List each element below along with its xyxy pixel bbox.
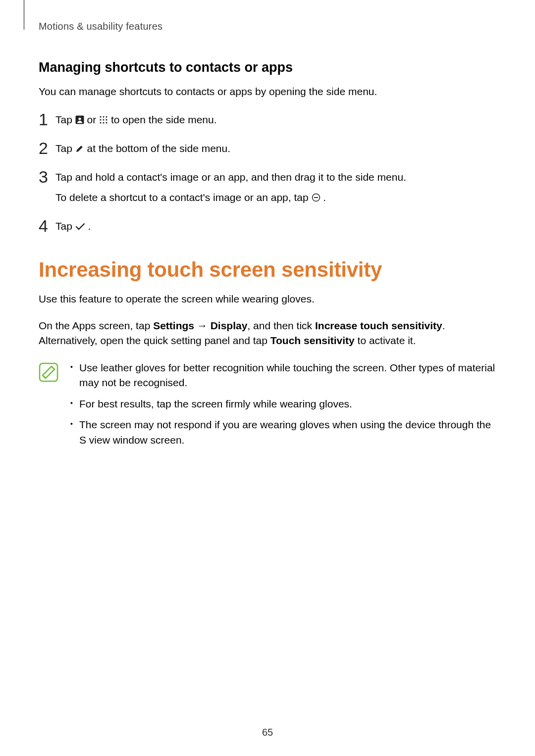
step-text: Tap [55,114,75,125]
step-text: . [323,192,326,203]
step-text: Tap and hold a contact's image or an app… [55,171,406,183]
svg-point-1 [78,118,81,120]
note-item: For best results, tap the screen firmly … [68,397,496,411]
step-number: 1 [39,111,55,129]
step-body: Tap . [55,217,496,235]
apps-grid-icon [99,113,108,129]
svg-point-10 [106,122,107,124]
step-4: 4 Tap . [39,217,496,235]
step-body: Tap and hold a contact's image or an app… [55,168,496,206]
section-title: Increasing touch screen sensitivity [39,258,496,282]
contact-icon [75,113,84,129]
step-number: 2 [39,140,55,157]
step-2: 2 Tap at the bottom of the side menu. [39,140,496,157]
subsection-title: Managing shortcuts to contacts or apps [39,60,496,75]
step-body: Tap or to open the sid [55,111,496,129]
check-icon [75,219,85,235]
note-item: Use leather gloves for better recognitio… [68,360,496,391]
note-list: Use leather gloves for better recognitio… [68,360,496,454]
svg-point-9 [103,122,104,124]
page-number: 65 [0,727,535,738]
svg-point-3 [103,116,104,118]
step-3: 3 Tap and hold a contact's image or an a… [39,168,496,206]
step-number: 4 [39,217,55,235]
note-icon [39,362,58,382]
step-text: To delete a shortcut to a contact's imag… [55,192,312,203]
minus-circle-icon [312,191,321,206]
step-body: Tap at the bottom of the side menu. [55,140,496,157]
svg-point-6 [103,119,104,121]
svg-point-2 [100,116,101,118]
step-text: or [87,114,100,125]
note-block: Use leather gloves for better recognitio… [39,360,496,454]
margin-rule [24,0,24,30]
svg-rect-13 [40,363,57,381]
manual-page: Motions & usability features Managing sh… [0,0,535,756]
step-text: to open the side menu. [111,114,217,125]
step-text: at the bottom of the side menu. [87,143,231,154]
note-item: The screen may not respond if you are we… [68,417,496,448]
section-p1: Use this feature to operate the screen w… [39,292,496,306]
svg-line-14 [43,375,46,378]
svg-point-7 [106,119,107,121]
section-p2: On the Apps screen, tap Settings → Displ… [39,318,496,349]
steps-list: 1 Tap or [39,111,496,235]
step-number: 3 [39,168,55,186]
svg-point-4 [106,116,107,118]
svg-point-5 [100,119,101,121]
subsection-intro: You can manage shortcuts to contacts or … [39,84,496,99]
step-1: 1 Tap or [39,111,496,129]
step-text: . [88,220,91,232]
running-header: Motions & usability features [39,21,496,32]
svg-point-8 [100,122,101,124]
step-text: Tap [55,220,75,232]
pencil-icon [75,142,84,157]
step-text: Tap [55,143,75,154]
